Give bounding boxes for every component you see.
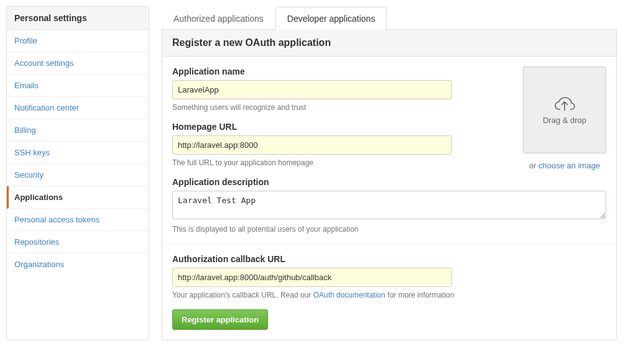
callback-url-label: Authorization callback URL bbox=[172, 254, 606, 264]
sidebar-item-label: Account settings bbox=[14, 58, 73, 68]
homepage-url-label: Homepage URL bbox=[172, 122, 513, 132]
sidebar-item-label: Applications bbox=[14, 193, 63, 202]
tab-authorized-applications[interactable]: Authorized applications bbox=[162, 7, 275, 30]
application-name-help: Something users will recognize and trust bbox=[172, 103, 513, 112]
sidebar-item-label: Profile bbox=[14, 36, 37, 45]
cloud-upload-icon bbox=[554, 96, 575, 112]
sidebar-item-emails[interactable]: Emails bbox=[7, 75, 149, 97]
sidebar-item-label: Organizations bbox=[14, 260, 64, 269]
homepage-url-group: Homepage URL The full URL to your applic… bbox=[172, 122, 513, 167]
tab-developer-applications[interactable]: Developer applications bbox=[275, 7, 387, 30]
application-description-help: This is displayed to all potential users… bbox=[172, 225, 606, 234]
sidebar-item-label: SSH keys bbox=[14, 148, 50, 157]
form-divider bbox=[162, 243, 616, 244]
sidebar-item-notification-center[interactable]: Notification center bbox=[7, 97, 149, 119]
sidebar-title: Personal settings bbox=[7, 7, 149, 30]
sidebar-item-label: Billing bbox=[14, 125, 36, 135]
sidebar-item-security[interactable]: Security bbox=[7, 164, 149, 186]
sidebar-item-profile[interactable]: Profile bbox=[7, 30, 149, 52]
main-content: Authorized applications Developer applic… bbox=[162, 6, 617, 340]
sidebar-item-label: Notification center bbox=[14, 103, 79, 112]
register-oauth-panel: Register a new OAuth application Applica… bbox=[162, 30, 617, 340]
application-description-group: Application description Laravel Test App… bbox=[172, 177, 606, 234]
oauth-documentation-link[interactable]: OAuth documentation bbox=[313, 291, 385, 299]
callback-url-input[interactable] bbox=[172, 268, 452, 287]
callback-url-group: Authorization callback URL Your applicat… bbox=[172, 254, 606, 299]
sidebar-item-account-settings[interactable]: Account settings bbox=[7, 52, 149, 75]
image-upload-dropzone[interactable]: Drag & drop bbox=[523, 66, 606, 153]
personal-settings-sidebar: Personal settings Profile Account settin… bbox=[6, 6, 149, 340]
sidebar-item-label: Personal access tokens bbox=[14, 215, 99, 224]
homepage-url-input[interactable] bbox=[172, 135, 452, 155]
application-description-input[interactable]: Laravel Test App bbox=[172, 191, 606, 219]
sidebar-item-billing[interactable]: Billing bbox=[7, 119, 149, 142]
choose-image-text: or choose an image bbox=[523, 161, 606, 170]
sidebar-item-personal-access-tokens[interactable]: Personal access tokens bbox=[7, 209, 149, 231]
application-tabs: Authorized applications Developer applic… bbox=[162, 6, 617, 30]
sidebar-item-label: Emails bbox=[14, 81, 39, 90]
application-description-label: Application description bbox=[172, 177, 606, 187]
application-name-label: Application name bbox=[172, 66, 513, 76]
sidebar-item-label: Repositories bbox=[14, 237, 59, 247]
application-name-group: Application name Something users will re… bbox=[172, 66, 513, 112]
sidebar-item-ssh-keys[interactable]: SSH keys bbox=[7, 142, 149, 164]
panel-title: Register a new OAuth application bbox=[162, 30, 616, 57]
application-name-input[interactable] bbox=[172, 80, 452, 99]
callback-url-help: Your application's callback URL. Read ou… bbox=[172, 291, 606, 299]
choose-image-link[interactable]: choose an image bbox=[538, 161, 600, 170]
sidebar-item-repositories[interactable]: Repositories bbox=[7, 231, 149, 253]
sidebar-item-organizations[interactable]: Organizations bbox=[7, 253, 149, 275]
sidebar-item-label: Security bbox=[14, 170, 44, 180]
homepage-url-help: The full URL to your application homepag… bbox=[172, 158, 513, 167]
sidebar-item-applications[interactable]: Applications bbox=[7, 186, 149, 209]
drag-drop-label: Drag & drop bbox=[543, 116, 586, 125]
register-application-button[interactable]: Register application bbox=[172, 309, 268, 330]
